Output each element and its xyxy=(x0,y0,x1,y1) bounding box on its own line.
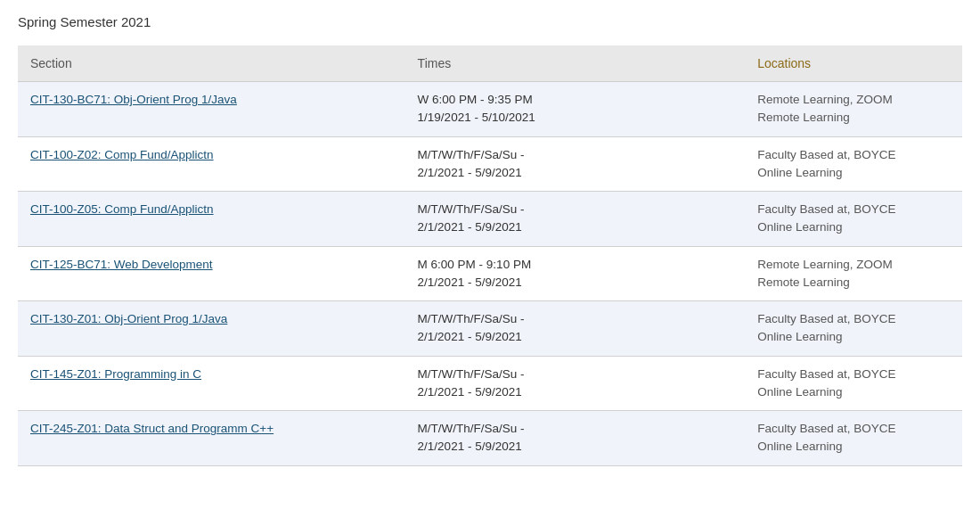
table-header: Section Times Locations xyxy=(18,45,962,82)
section-link[interactable]: CIT-130-BC71: Obj-Orient Prog 1/Java xyxy=(30,93,237,106)
table-row: CIT-130-BC71: Obj-Orient Prog 1/JavaW 6:… xyxy=(18,82,962,137)
times-cell: W 6:00 PM - 9:35 PM1/19/2021 - 5/10/2021 xyxy=(405,82,746,137)
section-cell: CIT-125-BC71: Web Development xyxy=(18,246,405,301)
page-title: Spring Semester 2021 xyxy=(18,14,962,29)
times-cell: M/T/W/Th/F/Sa/Su -2/1/2021 - 5/9/2021 xyxy=(405,136,746,192)
header-section: Section xyxy=(18,45,405,82)
locations-cell: Faculty Based at, BOYCEOnline Learning xyxy=(745,136,962,192)
section-link[interactable]: CIT-245-Z01: Data Struct and Programm C+… xyxy=(30,422,274,435)
locations-cell: Remote Learning, ZOOMRemote Learning xyxy=(745,82,962,137)
locations-cell: Faculty Based at, BOYCEOnline Learning xyxy=(745,192,962,247)
section-link[interactable]: CIT-100-Z02: Comp Fund/Applictn xyxy=(30,148,214,161)
header-times: Times xyxy=(405,45,746,82)
courses-table: Section Times Locations CIT-130-BC71: Ob… xyxy=(18,45,962,466)
locations-cell: Faculty Based at, BOYCEOnline Learning xyxy=(745,301,962,357)
locations-cell: Faculty Based at, BOYCEOnline Learning xyxy=(745,356,962,411)
section-link[interactable]: CIT-100-Z05: Comp Fund/Applictn xyxy=(30,202,214,216)
section-cell: CIT-245-Z01: Data Struct and Programm C+… xyxy=(18,411,405,466)
table-row: CIT-125-BC71: Web DevelopmentM 6:00 PM -… xyxy=(18,246,962,301)
table-row: CIT-130-Z01: Obj-Orient Prog 1/JavaM/T/W… xyxy=(18,301,962,357)
times-cell: M/T/W/Th/F/Sa/Su -2/1/2021 - 5/9/2021 xyxy=(405,192,746,247)
section-cell: CIT-100-Z02: Comp Fund/Applictn xyxy=(18,136,405,192)
section-cell: CIT-100-Z05: Comp Fund/Applictn xyxy=(18,192,405,247)
table-row: CIT-100-Z02: Comp Fund/ApplictnM/T/W/Th/… xyxy=(18,136,962,192)
locations-cell: Remote Learning, ZOOMRemote Learning xyxy=(745,246,962,301)
section-cell: CIT-145-Z01: Programming in C xyxy=(18,356,405,411)
section-link[interactable]: CIT-130-Z01: Obj-Orient Prog 1/Java xyxy=(30,312,227,325)
header-locations: Locations xyxy=(745,45,962,82)
table-row: CIT-100-Z05: Comp Fund/ApplictnM/T/W/Th/… xyxy=(18,192,962,247)
section-cell: CIT-130-BC71: Obj-Orient Prog 1/Java xyxy=(18,82,405,137)
times-cell: M/T/W/Th/F/Sa/Su -2/1/2021 - 5/9/2021 xyxy=(405,301,746,357)
times-cell: M 6:00 PM - 9:10 PM2/1/2021 - 5/9/2021 xyxy=(405,246,746,301)
section-link[interactable]: CIT-145-Z01: Programming in C xyxy=(30,367,201,381)
section-cell: CIT-130-Z01: Obj-Orient Prog 1/Java xyxy=(18,301,405,357)
table-row: CIT-245-Z01: Data Struct and Programm C+… xyxy=(18,411,962,466)
section-link[interactable]: CIT-125-BC71: Web Development xyxy=(30,258,213,271)
times-cell: M/T/W/Th/F/Sa/Su -2/1/2021 - 5/9/2021 xyxy=(405,411,746,466)
locations-cell: Faculty Based at, BOYCEOnline Learning xyxy=(745,411,962,466)
table-row: CIT-145-Z01: Programming in CM/T/W/Th/F/… xyxy=(18,356,962,411)
times-cell: M/T/W/Th/F/Sa/Su -2/1/2021 - 5/9/2021 xyxy=(405,356,746,411)
